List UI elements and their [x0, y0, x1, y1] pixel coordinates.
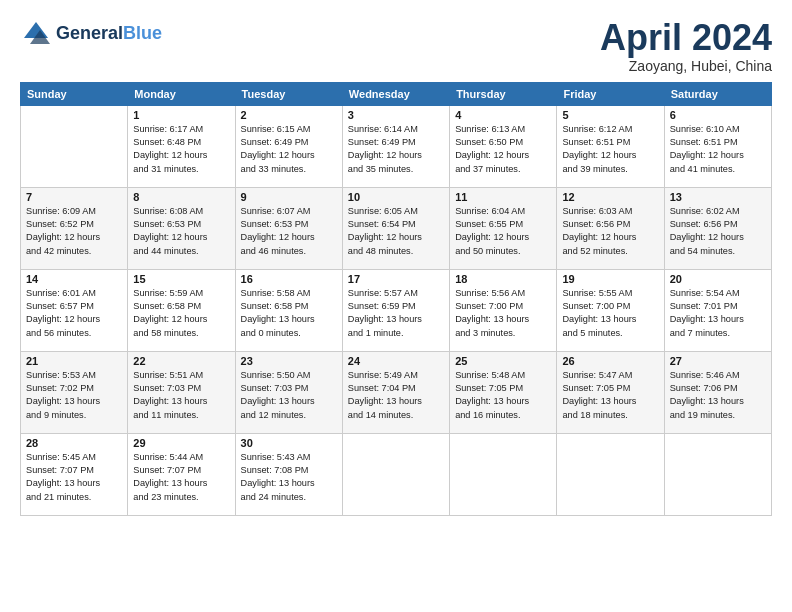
day-number: 23: [241, 355, 337, 367]
day-cell: 3Sunrise: 6:14 AM Sunset: 6:49 PM Daylig…: [342, 105, 449, 187]
week-row-3: 14Sunrise: 6:01 AM Sunset: 6:57 PM Dayli…: [21, 269, 772, 351]
month-title: April 2024: [600, 18, 772, 58]
logo-icon: [20, 18, 52, 50]
logo-general: General: [56, 23, 123, 43]
day-info: Sunrise: 5:49 AM Sunset: 7:04 PM Dayligh…: [348, 369, 444, 422]
day-number: 7: [26, 191, 122, 203]
day-info: Sunrise: 5:56 AM Sunset: 7:00 PM Dayligh…: [455, 287, 551, 340]
day-cell: 10Sunrise: 6:05 AM Sunset: 6:54 PM Dayli…: [342, 187, 449, 269]
day-cell: [21, 105, 128, 187]
day-info: Sunrise: 5:43 AM Sunset: 7:08 PM Dayligh…: [241, 451, 337, 504]
day-cell: 24Sunrise: 5:49 AM Sunset: 7:04 PM Dayli…: [342, 351, 449, 433]
day-info: Sunrise: 6:03 AM Sunset: 6:56 PM Dayligh…: [562, 205, 658, 258]
day-info: Sunrise: 6:13 AM Sunset: 6:50 PM Dayligh…: [455, 123, 551, 176]
day-number: 5: [562, 109, 658, 121]
day-number: 29: [133, 437, 229, 449]
day-cell: 18Sunrise: 5:56 AM Sunset: 7:00 PM Dayli…: [450, 269, 557, 351]
day-number: 15: [133, 273, 229, 285]
day-number: 18: [455, 273, 551, 285]
week-row-5: 28Sunrise: 5:45 AM Sunset: 7:07 PM Dayli…: [21, 433, 772, 515]
day-info: Sunrise: 6:17 AM Sunset: 6:48 PM Dayligh…: [133, 123, 229, 176]
day-number: 25: [455, 355, 551, 367]
calendar-header: GeneralBlue April 2024 Zaoyang, Hubei, C…: [20, 18, 772, 74]
day-info: Sunrise: 6:15 AM Sunset: 6:49 PM Dayligh…: [241, 123, 337, 176]
day-info: Sunrise: 6:09 AM Sunset: 6:52 PM Dayligh…: [26, 205, 122, 258]
header-saturday: Saturday: [664, 82, 771, 105]
svg-marker-0: [24, 22, 48, 38]
day-cell: 28Sunrise: 5:45 AM Sunset: 7:07 PM Dayli…: [21, 433, 128, 515]
day-cell: 14Sunrise: 6:01 AM Sunset: 6:57 PM Dayli…: [21, 269, 128, 351]
day-cell: [450, 433, 557, 515]
day-number: 1: [133, 109, 229, 121]
day-cell: 8Sunrise: 6:08 AM Sunset: 6:53 PM Daylig…: [128, 187, 235, 269]
day-cell: 27Sunrise: 5:46 AM Sunset: 7:06 PM Dayli…: [664, 351, 771, 433]
calendar-container: GeneralBlue April 2024 Zaoyang, Hubei, C…: [0, 0, 792, 526]
day-number: 11: [455, 191, 551, 203]
day-info: Sunrise: 5:44 AM Sunset: 7:07 PM Dayligh…: [133, 451, 229, 504]
day-number: 3: [348, 109, 444, 121]
location: Zaoyang, Hubei, China: [600, 58, 772, 74]
day-number: 2: [241, 109, 337, 121]
day-info: Sunrise: 6:08 AM Sunset: 6:53 PM Dayligh…: [133, 205, 229, 258]
day-number: 27: [670, 355, 766, 367]
day-cell: 9Sunrise: 6:07 AM Sunset: 6:53 PM Daylig…: [235, 187, 342, 269]
week-row-4: 21Sunrise: 5:53 AM Sunset: 7:02 PM Dayli…: [21, 351, 772, 433]
day-cell: 16Sunrise: 5:58 AM Sunset: 6:58 PM Dayli…: [235, 269, 342, 351]
day-cell: 15Sunrise: 5:59 AM Sunset: 6:58 PM Dayli…: [128, 269, 235, 351]
day-number: 13: [670, 191, 766, 203]
day-info: Sunrise: 6:14 AM Sunset: 6:49 PM Dayligh…: [348, 123, 444, 176]
logo-blue: Blue: [123, 23, 162, 43]
day-info: Sunrise: 5:50 AM Sunset: 7:03 PM Dayligh…: [241, 369, 337, 422]
day-cell: 21Sunrise: 5:53 AM Sunset: 7:02 PM Dayli…: [21, 351, 128, 433]
day-cell: 5Sunrise: 6:12 AM Sunset: 6:51 PM Daylig…: [557, 105, 664, 187]
day-number: 10: [348, 191, 444, 203]
day-number: 12: [562, 191, 658, 203]
title-block: April 2024 Zaoyang, Hubei, China: [600, 18, 772, 74]
day-info: Sunrise: 5:58 AM Sunset: 6:58 PM Dayligh…: [241, 287, 337, 340]
day-cell: 11Sunrise: 6:04 AM Sunset: 6:55 PM Dayli…: [450, 187, 557, 269]
day-cell: 7Sunrise: 6:09 AM Sunset: 6:52 PM Daylig…: [21, 187, 128, 269]
day-cell: [342, 433, 449, 515]
header-thursday: Thursday: [450, 82, 557, 105]
day-number: 16: [241, 273, 337, 285]
day-info: Sunrise: 5:53 AM Sunset: 7:02 PM Dayligh…: [26, 369, 122, 422]
day-info: Sunrise: 6:07 AM Sunset: 6:53 PM Dayligh…: [241, 205, 337, 258]
day-info: Sunrise: 6:01 AM Sunset: 6:57 PM Dayligh…: [26, 287, 122, 340]
day-cell: 4Sunrise: 6:13 AM Sunset: 6:50 PM Daylig…: [450, 105, 557, 187]
day-number: 22: [133, 355, 229, 367]
day-cell: 20Sunrise: 5:54 AM Sunset: 7:01 PM Dayli…: [664, 269, 771, 351]
week-row-1: 1Sunrise: 6:17 AM Sunset: 6:48 PM Daylig…: [21, 105, 772, 187]
day-cell: 29Sunrise: 5:44 AM Sunset: 7:07 PM Dayli…: [128, 433, 235, 515]
day-cell: 2Sunrise: 6:15 AM Sunset: 6:49 PM Daylig…: [235, 105, 342, 187]
day-cell: [557, 433, 664, 515]
day-number: 21: [26, 355, 122, 367]
days-header-row: Sunday Monday Tuesday Wednesday Thursday…: [21, 82, 772, 105]
day-info: Sunrise: 5:48 AM Sunset: 7:05 PM Dayligh…: [455, 369, 551, 422]
day-info: Sunrise: 6:10 AM Sunset: 6:51 PM Dayligh…: [670, 123, 766, 176]
day-number: 4: [455, 109, 551, 121]
day-info: Sunrise: 5:54 AM Sunset: 7:01 PM Dayligh…: [670, 287, 766, 340]
day-cell: 13Sunrise: 6:02 AM Sunset: 6:56 PM Dayli…: [664, 187, 771, 269]
day-cell: 23Sunrise: 5:50 AM Sunset: 7:03 PM Dayli…: [235, 351, 342, 433]
day-cell: 19Sunrise: 5:55 AM Sunset: 7:00 PM Dayli…: [557, 269, 664, 351]
day-info: Sunrise: 6:02 AM Sunset: 6:56 PM Dayligh…: [670, 205, 766, 258]
day-cell: 26Sunrise: 5:47 AM Sunset: 7:05 PM Dayli…: [557, 351, 664, 433]
day-info: Sunrise: 5:46 AM Sunset: 7:06 PM Dayligh…: [670, 369, 766, 422]
day-cell: 1Sunrise: 6:17 AM Sunset: 6:48 PM Daylig…: [128, 105, 235, 187]
day-info: Sunrise: 5:55 AM Sunset: 7:00 PM Dayligh…: [562, 287, 658, 340]
day-info: Sunrise: 5:57 AM Sunset: 6:59 PM Dayligh…: [348, 287, 444, 340]
header-wednesday: Wednesday: [342, 82, 449, 105]
day-info: Sunrise: 5:45 AM Sunset: 7:07 PM Dayligh…: [26, 451, 122, 504]
header-monday: Monday: [128, 82, 235, 105]
day-number: 24: [348, 355, 444, 367]
day-cell: 30Sunrise: 5:43 AM Sunset: 7:08 PM Dayli…: [235, 433, 342, 515]
day-number: 17: [348, 273, 444, 285]
header-sunday: Sunday: [21, 82, 128, 105]
calendar-table: Sunday Monday Tuesday Wednesday Thursday…: [20, 82, 772, 516]
day-number: 20: [670, 273, 766, 285]
week-row-2: 7Sunrise: 6:09 AM Sunset: 6:52 PM Daylig…: [21, 187, 772, 269]
day-number: 14: [26, 273, 122, 285]
day-info: Sunrise: 6:05 AM Sunset: 6:54 PM Dayligh…: [348, 205, 444, 258]
day-number: 8: [133, 191, 229, 203]
day-cell: 6Sunrise: 6:10 AM Sunset: 6:51 PM Daylig…: [664, 105, 771, 187]
